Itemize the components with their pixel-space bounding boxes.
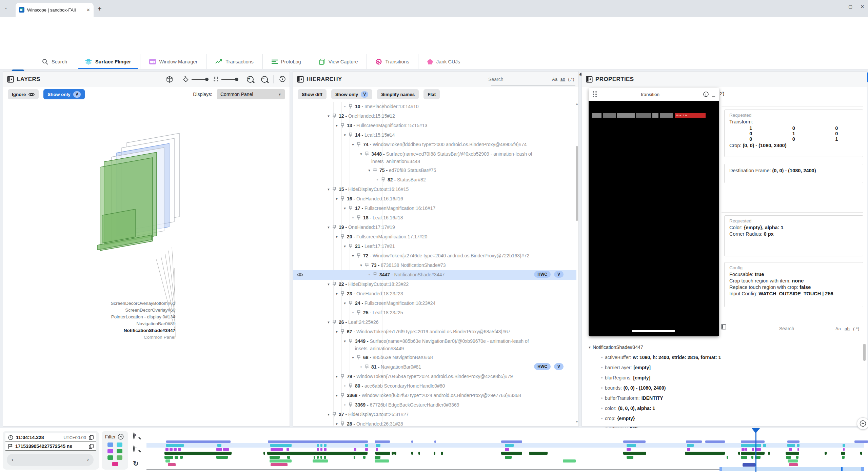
tree-node-17[interactable]: ▾17 - FullscreenMagnification:16:16#17 [293,204,576,213]
zoom-window-right-handle[interactable] [861,467,864,471]
trace-block-protolog[interactable] [317,456,319,459]
trace-block-window-manager[interactable] [627,448,631,451]
tree-node-18[interactable]: ●18 - Leaf:16:16#18 [293,213,576,223]
properties-scrollbar[interactable] [863,344,866,361]
tab-jank-cujs[interactable]: Jank CUJs [418,54,469,69]
collapse-panel-icon[interactable] [297,76,304,83]
tab-transitions[interactable]: Transitions [367,54,418,69]
trace-block-surface-flinger[interactable] [217,444,221,447]
trace-block-screen-recording[interactable] [268,440,368,443]
chip-flat[interactable]: Flat [423,89,440,99]
tree-node-15[interactable]: ▾15 - HideDisplayCutout:16:16#15 [293,185,576,194]
expand-arrow-icon[interactable]: ▾ [334,195,340,202]
match-case-icon[interactable]: Aa [835,327,841,331]
trace-block-surface-flinger[interactable] [365,444,368,447]
trace-block-protolog[interactable] [505,456,512,459]
expand-arrow-icon[interactable]: ▾ [326,223,332,231]
properties-search-input[interactable]: Search [779,326,794,331]
expand-arrow-icon[interactable]: ▾ [358,150,364,158]
trace-block-protolog[interactable] [270,456,280,459]
trace-block-surface-flinger[interactable] [505,444,514,447]
ignore-chip[interactable]: Ignore [8,89,39,99]
property-item[interactable]: ●color:(0, 0, 0), alpha: 1 [599,404,862,414]
trace-block-surface-flinger[interactable] [627,444,636,447]
drag-handle-icon[interactable] [593,91,597,97]
trace-block-surface-flinger[interactable] [797,444,800,447]
pin-icon[interactable] [332,280,339,289]
timeline-cursor-handle[interactable] [752,428,760,433]
trace-block-transactions[interactable] [392,452,394,455]
pin-icon[interactable] [340,420,347,428]
trace-block-transactions[interactable] [263,452,265,455]
trace-block-window-manager[interactable] [354,448,356,451]
info-icon[interactable] [703,92,709,97]
layer-label[interactable]: NotificationShade#3447 [47,328,175,333]
tree-node-79[interactable]: ▾79 - WindowToken{7046b4a type=2024 andr… [293,372,576,381]
tree-node-75[interactable]: ▾75 - ed70f88 StatusBar#75 [293,166,576,175]
pin-icon[interactable] [372,271,379,279]
pin-icon[interactable] [348,204,355,213]
trace-block-protolog[interactable] [175,456,178,459]
expand-arrow-icon[interactable]: ▾ [334,328,340,335]
trace-block-transactions[interactable] [768,452,770,455]
trace-block-window-manager[interactable] [365,448,368,451]
expand-arrow-icon[interactable]: ▾ [350,141,356,148]
layer-label[interactable]: ScreenDecorOverlay#60 [47,308,175,313]
trace-block-window-manager[interactable] [505,448,509,451]
expand-arrow-icon[interactable]: ▾ [342,299,348,307]
expand-arrow-icon[interactable]: ▾ [334,373,340,380]
trace-block-screen-recording[interactable] [854,440,868,443]
trace-block-protolog[interactable] [320,456,322,459]
trace-block-surface-flinger[interactable] [166,444,184,447]
tree-node-23[interactable]: ▾23 - OneHanded:18:23#23 [293,289,576,299]
trace-block-protolog[interactable] [786,456,791,459]
trace-block-screen-recording[interactable] [623,440,646,443]
expand-arrow-icon[interactable]: ▾ [342,131,348,139]
pin-icon[interactable] [340,373,347,381]
expand-arrow-icon[interactable]: ▾ [342,204,348,212]
tab-protolog[interactable]: ProtoLog [262,54,310,69]
trace-block-transactions[interactable] [441,452,443,455]
tree-node-82[interactable]: ●82 - StatusBar#82 [293,175,576,185]
trace-block-protolog[interactable] [354,456,355,459]
tree-node-21[interactable]: ▾21 - Leaf:17:17#21 [293,242,576,251]
tree-node-3447[interactable]: ●3447 - NotificationShade#3447HWCV [293,270,576,280]
transition-overlay-card[interactable]: transition _ Size: 1.0 [589,88,719,336]
tree-node-22[interactable]: ▾22 - HideDisplayCutout:18:23#22 [293,280,576,289]
zoom-strip-track[interactable] [146,469,719,470]
trace-block-surface-flinger[interactable] [741,444,761,447]
layer-label[interactable]: Common Panel [47,335,175,340]
scroll-to-top-fab[interactable] [857,417,868,430]
trace-block-transactions[interactable] [418,452,420,455]
expand-arrow-icon[interactable]: ▾ [326,185,332,193]
trace-block-window-manager[interactable] [216,448,222,451]
pin-icon[interactable] [364,363,371,371]
pin-icon[interactable] [348,382,355,390]
collapse-panel-icon[interactable] [586,76,593,83]
trace-block-view-capture[interactable] [270,459,292,463]
timeline-cursor[interactable] [755,428,756,472]
trace-block-protolog[interactable] [741,456,747,459]
tree-node-81[interactable]: ●81 - NavigationBar0#81HWCV [293,362,576,372]
tab-transactions[interactable]: Transactions [206,54,262,69]
tab-window-manager[interactable]: Window Manager [140,54,206,69]
trace-block-protolog[interactable] [363,456,366,459]
trace-block-window-manager[interactable] [317,448,319,451]
trace-block-protolog[interactable] [727,456,728,459]
pin-icon[interactable] [364,150,371,158]
tree-node-3368[interactable]: ▾3368 - WindowToken{f6b2f60 type=2024 an… [293,391,576,400]
trace-block-window-manager[interactable] [178,448,181,451]
trace-block-protolog[interactable] [627,456,633,459]
trace-block-transactions[interactable] [394,452,396,455]
trace-block-screen-recording[interactable] [166,440,231,443]
expand-arrow-icon[interactable]: ▾ [350,252,356,259]
hierarchy-search-input[interactable]: Search [488,77,549,82]
pin-icon[interactable] [356,214,363,222]
layer-label[interactable]: PointerLocation - display 0#134 [47,314,175,319]
pin-icon[interactable] [332,185,339,194]
trace-block-window-manager[interactable] [223,448,229,451]
trace-block-window-manager[interactable] [287,448,289,451]
trace-block-view-capture[interactable] [313,459,328,463]
trace-block-protolog[interactable] [180,456,183,459]
trace-block-screen-recording[interactable] [741,440,765,443]
